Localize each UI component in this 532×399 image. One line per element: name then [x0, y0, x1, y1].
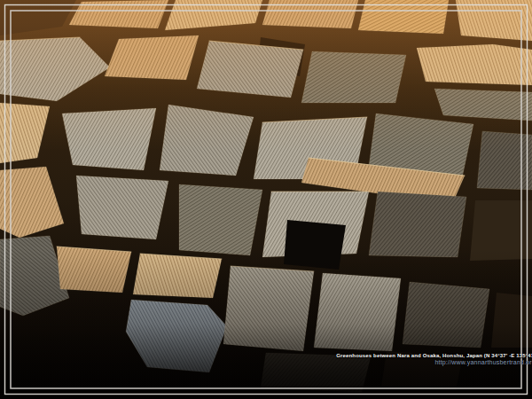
greenhouse-plot	[76, 176, 168, 239]
shadow-overlay	[0, 248, 532, 399]
desktop-wallpaper: Greenhouses between Nara and Osaka, Hons…	[0, 0, 532, 399]
photo-greenhouses-aerial	[0, 0, 532, 399]
photo-credit-url: http://www.yannarthusbertrand.org	[434, 359, 532, 365]
greenhouse-plot	[369, 192, 466, 257]
photo-caption: Greenhouses between Nara and Osaka, Hons…	[336, 353, 532, 359]
warm-light-overlay	[0, 0, 532, 151]
greenhouse-plot	[179, 184, 262, 255]
